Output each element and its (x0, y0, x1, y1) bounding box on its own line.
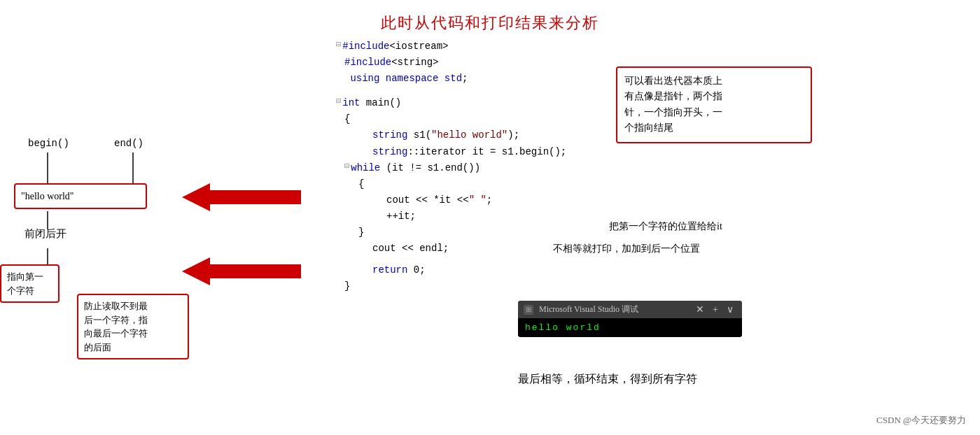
terminal-content: hello world (518, 318, 742, 337)
code-line-cout1: cout << *it << " "; (344, 192, 728, 208)
watermark: CSDN @今天还要努力 (876, 414, 966, 427)
code-line-include1: ⊟ #include<iostream> (336, 38, 728, 55)
code-line-brace2: { (344, 176, 728, 192)
terminal-controls: ✕ + ∨ (693, 304, 736, 315)
fangzhi-box: 防止读取不到最后一个字符，指向最后一个字符的后面 (77, 294, 189, 359)
blank-line-2 (336, 257, 728, 262)
code-line-while: ⊟ while (it != s1.end()) (344, 160, 728, 176)
terminal-output: hello world (525, 322, 601, 333)
last-note: 最后相等，循环结束，得到所有字符 (518, 371, 697, 387)
terminal-titlebar: ⊞ Microsoft Visual Studio 调试 ✕ + ∨ (518, 301, 742, 318)
code-line-brace4: } (344, 278, 728, 294)
end-label: end() (114, 138, 144, 149)
zhixiang-first-box: 指向第一个字符 (0, 264, 59, 303)
hello-world-box: "hello world" (14, 183, 147, 209)
fold-marker: ⊟ (336, 38, 341, 52)
code-line-iterator: string::iterator it = s1.begin(); (344, 144, 728, 160)
svg-marker-4 (182, 183, 301, 211)
while-note: 不相等就打印，加加到后一个位置 (553, 241, 700, 256)
qianbi-label: 前闭后开 (24, 227, 66, 241)
terminal-vs-icon: ⊞ (524, 305, 533, 315)
begin-label: begin() (28, 138, 69, 149)
terminal-close-btn[interactable]: ✕ (693, 304, 707, 315)
code-line-return: return 0; (344, 262, 728, 278)
terminal-chevron-btn[interactable]: ∨ (724, 304, 736, 315)
terminal-title: Microsoft Visual Studio 调试 (539, 304, 687, 315)
terminal-window: ⊞ Microsoft Visual Studio 调试 ✕ + ∨ hello… (518, 301, 742, 337)
iterator-note: 把第一个字符的位置给给it (609, 219, 722, 234)
svg-marker-5 (182, 257, 301, 285)
terminal-add-btn[interactable]: + (710, 304, 721, 315)
fold-marker-while: ⊟ (344, 160, 349, 174)
page-container: 此时从代码和打印结果来分析 begin() end() "hello world… (0, 0, 980, 435)
callout-note: 可以看出迭代器本质上有点像是指针，两个指针，一个指向开头，一个指向结尾 (616, 66, 812, 143)
fold-marker-main: ⊟ (336, 95, 341, 109)
page-title: 此时从代码和打印结果来分析 (0, 0, 980, 34)
